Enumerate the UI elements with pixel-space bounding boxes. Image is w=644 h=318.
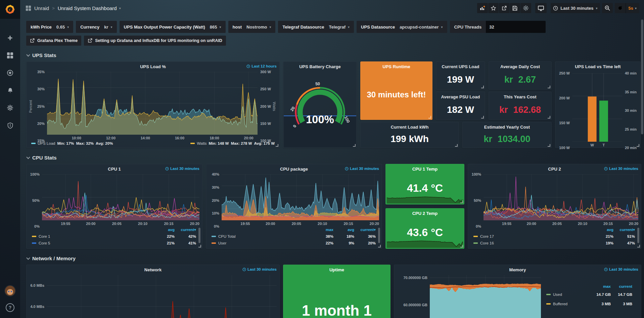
- x-axis-tick: 20:00: [86, 222, 95, 226]
- sidebar-server-admin-button[interactable]: [4, 121, 16, 130]
- legend-sort-avg[interactable]: avg: [333, 228, 354, 232]
- link-grafana-influxdb-guide[interactable]: Setting up Grafana and InfluxDB for UPS …: [84, 36, 226, 46]
- legend-sort-current[interactable]: current▾: [175, 227, 196, 232]
- legend-swatch: [473, 236, 478, 237]
- panel-title[interactable]: Average Daily Cost: [500, 64, 540, 69]
- save-button[interactable]: [510, 3, 520, 13]
- panel-title[interactable]: Current Load kWh: [391, 125, 429, 130]
- clock-icon: [246, 64, 250, 68]
- y-axis-left: 40%30%20%10%0%: [208, 174, 222, 226]
- sidebar-alerting-button[interactable]: [4, 86, 16, 95]
- legend-sort-current[interactable]: current▾: [354, 227, 376, 232]
- sidebar-explore-button[interactable]: [4, 69, 16, 77]
- legend-sort-avg[interactable]: avg: [593, 228, 613, 232]
- variable-telegraf-datasource[interactable]: Telegraf Datasource Telegraf▾: [278, 21, 354, 33]
- panel-title[interactable]: CPU 1: [108, 167, 121, 172]
- legend: maxavgcurrent▾ CPU Total 38% 18% 36% Use…: [206, 226, 382, 248]
- caret-down-icon: ▾: [194, 228, 196, 232]
- battery-gauge: 0 20 50 100 100%: [283, 70, 357, 148]
- variable-ups-datasource[interactable]: UPS Datasource apcupsd-container▾: [357, 21, 447, 33]
- y-axis-label-left: Percent: [28, 72, 33, 141]
- legend-sort-avg[interactable]: avg: [154, 228, 175, 232]
- legend-sort-max[interactable]: max: [590, 284, 611, 288]
- y-axis-left: 250 W200 W150 W100 W: [557, 73, 572, 148]
- star-button[interactable]: [488, 3, 499, 13]
- variable-kwh-price[interactable]: kWh Price 0.65▾: [26, 21, 73, 33]
- panel-title[interactable]: Estimated Yearly Cost: [484, 125, 530, 130]
- legend-sort-max[interactable]: max: [313, 228, 333, 232]
- panel-title[interactable]: UPS Load vs Time left: [575, 64, 620, 69]
- panel-title[interactable]: This Years Cost: [504, 94, 536, 99]
- panel-time-override[interactable]: Last 30 minutes: [345, 167, 379, 171]
- plus-icon: [7, 35, 13, 41]
- grafana-logo[interactable]: [0, 0, 20, 19]
- panel-title[interactable]: UPS Battery Charge: [299, 64, 341, 69]
- section-cpu-stats[interactable]: CPU Stats: [27, 155, 641, 161]
- zoom-out-icon: [604, 5, 610, 11]
- panel-time-override[interactable]: Last 12 hours: [246, 64, 277, 68]
- panel-title[interactable]: CPU 1 Temp: [412, 167, 438, 172]
- variable-host[interactable]: host Nostromo▾: [228, 21, 276, 33]
- share-button[interactable]: [499, 3, 509, 13]
- legend-swatch[interactable]: [31, 143, 36, 144]
- external-link-icon: [88, 38, 92, 43]
- legend-sort-current[interactable]: current: [611, 284, 632, 288]
- x-axis-tick: 16:00: [175, 136, 184, 140]
- user-avatar[interactable]: [5, 286, 15, 296]
- sidebar-dashboards-button[interactable]: [4, 51, 16, 60]
- page-scrollbar-thumb[interactable]: [641, 19, 643, 134]
- dashboard-settings-button[interactable]: [520, 3, 531, 13]
- panel-title[interactable]: Average PSU Load: [441, 94, 480, 99]
- panel-title[interactable]: Network: [144, 267, 162, 272]
- panel-time-override[interactable]: Last 30 minutes: [165, 167, 199, 171]
- panel-title[interactable]: Current UPS Load: [442, 64, 479, 69]
- panel-title[interactable]: Memory: [509, 267, 526, 272]
- y-axis-tick: 35 min: [625, 90, 637, 94]
- help-button[interactable]: ?: [6, 303, 14, 312]
- panel-time-override[interactable]: Last 30 minutes: [242, 267, 277, 271]
- dashboard-title[interactable]: Unraid System Dashboard ▾: [58, 5, 121, 11]
- panel-title[interactable]: CPU package: [280, 167, 308, 172]
- legend-swatch[interactable]: [190, 143, 195, 144]
- y-axis-tick: 70.000000 GB: [403, 276, 427, 280]
- sidebar-configuration-button[interactable]: [4, 103, 16, 112]
- panel-title[interactable]: Uptime: [329, 267, 344, 272]
- panel-time-override[interactable]: Last 30 minutes: [604, 167, 638, 171]
- cpu1-temp-sparkline: [387, 189, 463, 203]
- share-icon: [501, 5, 507, 11]
- legend-scrollbar-thumb[interactable]: [637, 228, 639, 243]
- variable-currency[interactable]: Currency kr▾: [76, 21, 117, 33]
- refresh-button[interactable]: [615, 3, 626, 13]
- legend-sort-current[interactable]: current▾: [613, 227, 635, 232]
- link-grafana-plex-theme[interactable]: Grafana Plex Theme: [26, 36, 81, 46]
- cpu-package-chart: [222, 174, 379, 220]
- variable-ups-max-output[interactable]: UPS Max Output Power Capacity (Watt) 865…: [120, 21, 226, 33]
- panel-title[interactable]: CPU 2 Temp: [412, 211, 438, 216]
- legend-scrollbar-thumb[interactable]: [198, 228, 200, 243]
- y-axis-tick: 50%: [32, 198, 40, 202]
- kiosk-mode-button[interactable]: [535, 3, 547, 13]
- panel-title[interactable]: UPS Runtime: [382, 64, 410, 69]
- stat-value: kr2.67: [489, 70, 551, 89]
- section-ups-stats[interactable]: UPS Stats: [27, 52, 641, 58]
- x-axis-tick: 20:05: [112, 222, 122, 226]
- zoom-out-button[interactable]: [602, 3, 613, 13]
- section-network-memory[interactable]: Network / Memory: [27, 256, 641, 261]
- network-chart: [47, 275, 277, 318]
- panel-time-override[interactable]: Last 30 minutes: [604, 267, 638, 271]
- time-range-picker[interactable]: Last 30 minutes ▾: [551, 3, 600, 13]
- clock-icon: [604, 268, 608, 271]
- legend-scrollbar-thumb[interactable]: [378, 228, 380, 243]
- refresh-interval-picker[interactable]: 5s ▾: [626, 3, 640, 13]
- panel-cpu1-temp: CPU 1 Temp 41.4 °C: [385, 164, 464, 205]
- panel-title[interactable]: CPU 2: [548, 167, 561, 172]
- cpu1-chart: [42, 174, 199, 220]
- legend-row: User 22% 9% 20%: [212, 240, 376, 246]
- sidebar-create-button[interactable]: [4, 34, 16, 42]
- add-panel-button[interactable]: [477, 3, 488, 13]
- cpu-threads-input[interactable]: [486, 21, 546, 33]
- clock-icon: [242, 268, 246, 271]
- breadcrumb-folder[interactable]: Unraid: [34, 5, 49, 11]
- legend: avgcurrent▾ Core 1 22% 42% Core 5 21% 41…: [27, 226, 202, 248]
- panel-title[interactable]: UPS Load %: [140, 64, 166, 69]
